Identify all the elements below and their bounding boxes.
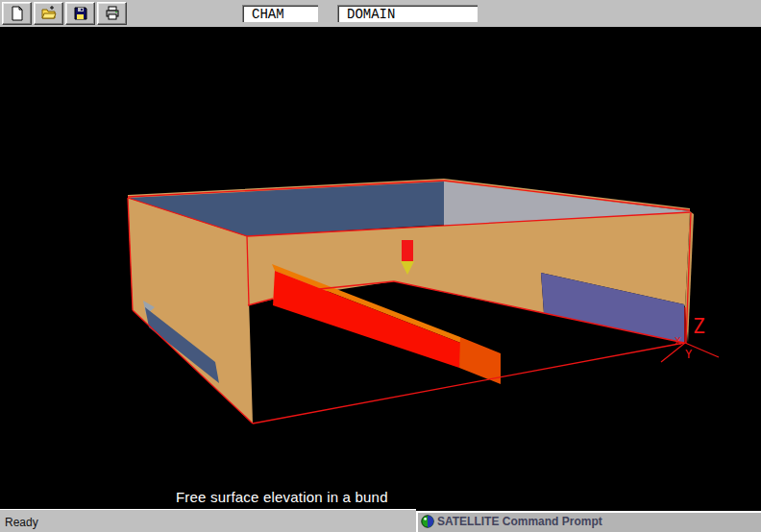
background-window-titlebar[interactable]: SATELLITE Command Prompt: [416, 511, 761, 532]
scene-caption: Free surface elevation in a bund: [176, 489, 388, 505]
status-bar: Ready: [0, 509, 416, 532]
printer-icon: [105, 6, 120, 21]
cham-field[interactable]: [242, 5, 318, 22]
axis-z-label: Z: [693, 315, 705, 338]
status-text: Ready: [5, 516, 38, 529]
toolbar: [0, 0, 761, 27]
save-floppy-icon: [73, 6, 88, 21]
new-document-icon: [10, 6, 25, 21]
print-button[interactable]: [97, 2, 127, 25]
open-folder-icon: [41, 6, 57, 21]
probe-body: [402, 240, 413, 261]
satellite-app-icon: [421, 515, 434, 528]
axis-x-label: X: [675, 335, 681, 348]
domain-field[interactable]: [337, 5, 478, 22]
background-window-title: SATELLITE Command Prompt: [437, 515, 602, 528]
scene-svg[interactable]: ZXY: [0, 0, 761, 532]
axis-y-label: Y: [685, 348, 693, 361]
save-button[interactable]: [65, 2, 95, 25]
new-button[interactable]: [2, 2, 32, 25]
open-button[interactable]: [34, 2, 63, 25]
